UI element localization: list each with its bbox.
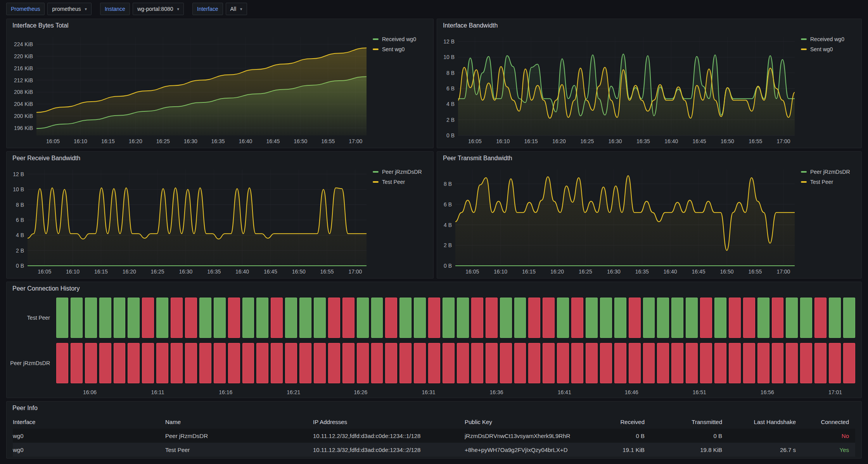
state-bar: [385, 343, 397, 383]
legend-item[interactable]: Sent wg0: [373, 46, 429, 52]
panel-interface-bandwidth: Interface Bandwidth 16:0516:1016:1516:20…: [437, 19, 862, 148]
state-bar: [800, 343, 812, 383]
legend-item[interactable]: Peer jRzmDsDR: [373, 169, 429, 175]
legend-label: Received wg0: [382, 36, 416, 42]
state-bar: [414, 343, 426, 383]
svg-text:16:20: 16:20: [552, 138, 566, 144]
svg-text:16:40: 16:40: [235, 268, 249, 275]
column-header-interface[interactable]: Interface: [13, 419, 165, 425]
chart-canvas[interactable]: 16:0516:1016:1516:2016:2516:3016:3516:40…: [10, 33, 369, 145]
variable-select-interface[interactable]: All▾: [226, 3, 247, 15]
state-bar: [342, 343, 354, 383]
state-bar: [214, 343, 226, 383]
svg-text:4 B: 4 B: [16, 232, 24, 238]
legend-item[interactable]: Received wg0: [373, 36, 429, 42]
svg-text:16:15: 16:15: [522, 268, 536, 275]
variable-group-interface: InterfaceAll▾: [192, 3, 247, 15]
svg-text:16:40: 16:40: [239, 138, 252, 144]
axis-tick-label: 16:36: [490, 389, 503, 395]
peer-table-body: wg0Peer jRzmDsDR10.11.12.2/32,fdfd:d3ad:…: [13, 429, 855, 457]
state-bar: [171, 298, 183, 338]
variable-label-instance: Instance: [100, 3, 130, 15]
state-bar: [571, 298, 583, 338]
variable-value: prometheus: [52, 6, 81, 12]
column-header-ip-addresses[interactable]: IP Addresses: [313, 419, 465, 425]
column-header-last-handshake[interactable]: Last Handshake: [728, 419, 802, 425]
state-bar: [414, 298, 426, 338]
panel-peer-connection-history: Peer Connection History Test PeerPeer jR…: [6, 282, 862, 398]
column-header-connected[interactable]: Connected: [802, 419, 855, 425]
panel-title[interactable]: Peer Connection History: [7, 282, 861, 295]
svg-text:0 B: 0 B: [444, 263, 452, 269]
panel-title[interactable]: Peer Receive Bandwidth: [7, 152, 433, 165]
legend-item[interactable]: Test Peer: [801, 179, 858, 185]
legend-item[interactable]: Received wg0: [801, 36, 858, 42]
cell-name: Peer jRzmDsDR: [165, 433, 313, 439]
axis-tick-label: 16:21: [287, 389, 300, 395]
cell-interface: wg0: [13, 433, 165, 439]
svg-text:16:15: 16:15: [94, 268, 108, 275]
panel-title[interactable]: Interface Bytes Total: [7, 19, 433, 32]
state-bar: [285, 298, 297, 338]
chart-canvas[interactable]: 16:0516:1016:1516:2016:2516:3016:3516:40…: [440, 166, 797, 276]
state-bar: [800, 298, 812, 338]
state-bar: [557, 343, 569, 383]
svg-text:16:05: 16:05: [465, 268, 479, 275]
chart-canvas[interactable]: 16:0516:1016:1516:2016:2516:3016:3516:40…: [10, 166, 369, 276]
state-bar: [686, 343, 698, 383]
panel-peer-info: Peer Info InterfaceNameIP AddressesPubli…: [6, 401, 862, 459]
state-bar: [357, 343, 369, 383]
variable-select-instance[interactable]: wg-portal:8080▾: [133, 3, 184, 15]
svg-text:8 B: 8 B: [444, 181, 452, 187]
state-bar: [185, 343, 197, 383]
time-series-plot[interactable]: 16:0516:1016:1516:2016:2516:3016:3516:40…: [10, 166, 369, 276]
svg-text:16:55: 16:55: [321, 138, 335, 144]
state-bar: [56, 298, 68, 338]
state-bar: [328, 343, 340, 383]
state-bar: [357, 298, 369, 338]
legend-item[interactable]: Peer jRzmDsDR: [801, 169, 858, 175]
panel-title[interactable]: Peer Info: [7, 402, 861, 415]
variable-label-interface: Interface: [192, 3, 223, 15]
state-bar: [586, 298, 598, 338]
chart-canvas[interactable]: 16:0516:1016:1516:2016:2516:3016:3516:40…: [440, 33, 797, 145]
svg-text:6 B: 6 B: [446, 85, 455, 92]
svg-text:16:45: 16:45: [264, 268, 277, 275]
axis-tick-label: 16:26: [354, 389, 367, 395]
time-series-plot[interactable]: 16:0516:1016:1516:2016:2516:3016:3516:40…: [440, 166, 797, 276]
axis-tick-label: 16:06: [83, 389, 97, 395]
state-bar: [643, 298, 655, 338]
column-header-received[interactable]: Received: [593, 419, 651, 425]
series-color-icon: [373, 38, 379, 40]
svg-text:16:20: 16:20: [129, 138, 142, 144]
series-color-icon: [801, 181, 807, 183]
variable-value: wg-portal:8080: [137, 6, 173, 12]
chart-legend: Received wg0Sent wg0: [797, 33, 858, 145]
table-row: wg0Peer jRzmDsDR10.11.12.2/32,fdfd:d3ad:…: [13, 429, 855, 443]
column-header-public-key[interactable]: Public Key: [465, 419, 593, 425]
state-bar: [700, 298, 712, 338]
state-bar: [772, 343, 784, 383]
variable-group-instance: Instancewg-portal:8080▾: [100, 3, 184, 15]
column-header-transmitted[interactable]: Transmitted: [651, 419, 728, 425]
state-bar: [543, 343, 555, 383]
variable-select-prometheus[interactable]: prometheus▾: [47, 3, 91, 15]
panel-title[interactable]: Peer Transmit Bandwidth: [437, 152, 861, 165]
series-color-icon: [373, 181, 379, 183]
column-header-name[interactable]: Name: [165, 419, 313, 425]
legend-item[interactable]: Test Peer: [373, 179, 429, 185]
panel-title[interactable]: Interface Bandwidth: [437, 19, 861, 32]
legend-label: Test Peer: [382, 179, 405, 185]
state-bar: [829, 343, 841, 383]
time-series-plot[interactable]: 16:0516:1016:1516:2016:2516:3016:3516:40…: [10, 33, 369, 145]
legend-item[interactable]: Sent wg0: [801, 46, 858, 52]
chevron-down-icon: ▾: [240, 7, 242, 11]
svg-text:16:35: 16:35: [207, 268, 221, 275]
time-series-plot[interactable]: 16:0516:1016:1516:2016:2516:3016:3516:40…: [440, 33, 797, 145]
chart-legend: Peer jRzmDsDRTest Peer: [369, 166, 430, 276]
state-bar: [629, 343, 641, 383]
timeline-axis: 16:0616:1116:1616:2116:2616:3116:3616:41…: [56, 388, 855, 396]
cell-ip-addresses: 10.11.12.3/32,fdfd:d3ad:c0de:1234::2/128: [313, 447, 465, 453]
state-timeline[interactable]: Test PeerPeer jRzmDsDR 16:0616:1116:1616…: [13, 298, 855, 395]
svg-text:16:25: 16:25: [579, 268, 592, 275]
